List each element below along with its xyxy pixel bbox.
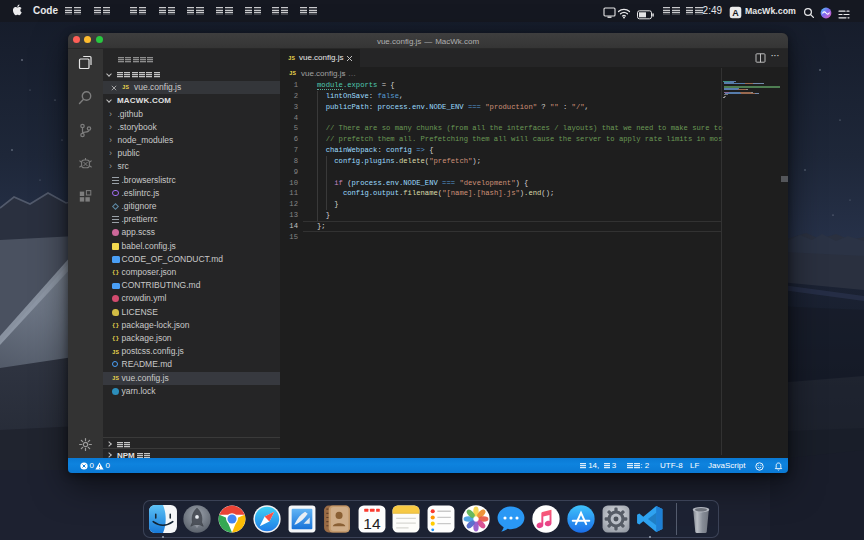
svg-text:A: A	[732, 7, 739, 17]
svg-text:14: 14	[363, 514, 381, 531]
